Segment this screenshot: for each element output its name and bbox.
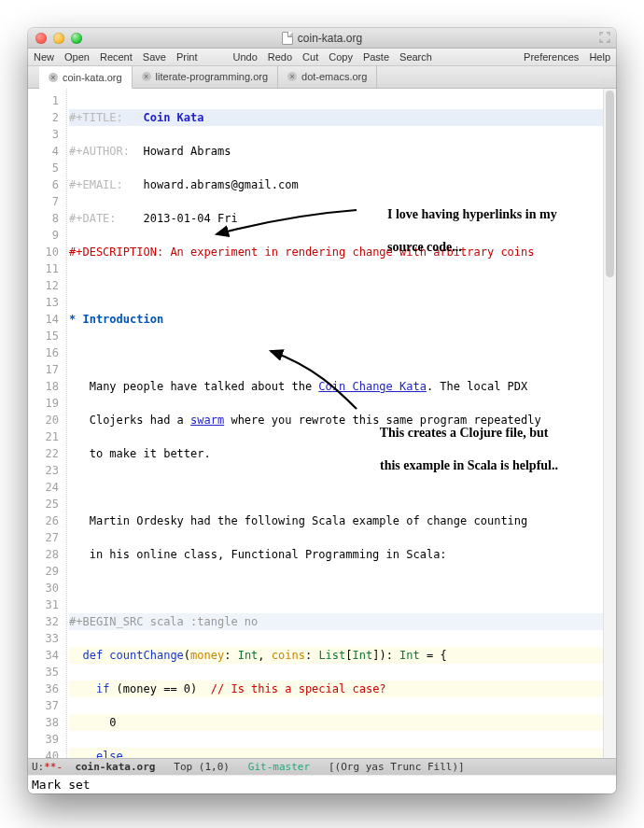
close-tab-icon[interactable]: × xyxy=(142,72,151,81)
tab-dot-emacs[interactable]: × dot-emacs.org xyxy=(278,65,377,88)
type: Int xyxy=(238,649,259,662)
menu-cut[interactable]: Cut xyxy=(302,51,318,63)
menu-save[interactable]: Save xyxy=(143,51,166,63)
param: coins xyxy=(272,649,305,662)
tab-label: dot-emacs.org xyxy=(301,71,367,82)
punct: : xyxy=(224,649,237,662)
meta-author-key: #+AUTHOR: xyxy=(69,145,130,158)
fullscreen-icon[interactable] xyxy=(599,32,610,43)
menu-help[interactable]: Help xyxy=(589,51,610,63)
meta-email-key: #+EMAIL: xyxy=(69,178,123,191)
punct: , xyxy=(258,649,271,662)
close-tab-icon[interactable]: × xyxy=(287,72,297,81)
tab-bar: × coin-kata.org × literate-programming.o… xyxy=(28,66,616,89)
menu-print[interactable]: Print xyxy=(176,51,198,63)
close-window-button[interactable] xyxy=(35,33,47,44)
tab-label: coin-kata.org xyxy=(63,72,122,83)
menu-recent[interactable]: Recent xyxy=(100,51,133,63)
comment: // Is this a special case? xyxy=(211,682,386,695)
titlebar[interactable]: coin-kata.org xyxy=(28,28,616,49)
tab-coin-kata[interactable]: × coin-kata.org xyxy=(39,66,133,89)
menu-new[interactable]: New xyxy=(34,51,54,63)
param: money xyxy=(190,649,224,662)
menu-preferences[interactable]: Preferences xyxy=(524,51,579,63)
kw-else: else xyxy=(96,750,123,758)
menu-paste[interactable]: Paste xyxy=(363,51,389,63)
kw-if: if xyxy=(96,682,109,695)
scrollbar[interactable] xyxy=(603,89,616,758)
mode-line[interactable]: U:**- coin-kata.org Top (1,0) Git-master… xyxy=(28,758,616,775)
editor-window: coin-kata.org New Open Recent Save Print… xyxy=(28,28,616,793)
meta-title-key: #+TITLE: xyxy=(69,111,123,124)
menu-undo[interactable]: Undo xyxy=(233,51,258,63)
para-text: Clojerks had a xyxy=(90,414,190,427)
para-text: where you rewrote this same program repe… xyxy=(224,414,541,427)
modeline-buffer: coin-kata.org xyxy=(75,761,155,773)
echo-message: Mark set xyxy=(32,778,91,792)
tab-literate-programming[interactable]: × literate-programming.org xyxy=(133,65,278,88)
punct: = { xyxy=(420,649,447,662)
scrollbar-thumb[interactable] xyxy=(606,91,614,277)
echo-area: Mark set xyxy=(28,775,616,793)
editor-area[interactable]: 1234567891011121314151617181920212223242… xyxy=(28,89,616,758)
window-title: coin-kata.org xyxy=(298,32,362,45)
menu-redo[interactable]: Redo xyxy=(268,51,292,63)
modeline-git: Git-master xyxy=(248,761,310,773)
modeline-modified: **- xyxy=(44,761,63,773)
meta-date-value: 2013-01-04 Fri xyxy=(143,212,237,225)
menu-search[interactable]: Search xyxy=(399,51,432,63)
menu-bar: New Open Recent Save Print Undo Redo Cut… xyxy=(28,49,616,66)
fn-countChange: countChange xyxy=(109,649,183,662)
para-text: in his online class, Functional Programm… xyxy=(90,548,447,561)
tab-overflow-count[interactable]: 4 xyxy=(592,77,616,88)
minimize-window-button[interactable] xyxy=(53,33,64,44)
literal: 0 xyxy=(109,716,116,729)
meta-author-value: Howard Abrams xyxy=(143,145,231,158)
punct: ]): xyxy=(372,649,399,662)
zoom-window-button[interactable] xyxy=(71,33,82,44)
code-content[interactable]: #+TITLE: Coin Kata #+AUTHOR: Howard Abra… xyxy=(67,89,616,758)
punct: [ xyxy=(345,649,352,662)
modeline-prefix: U: xyxy=(32,761,44,773)
para-text: . The local PDX xyxy=(427,380,527,393)
menu-open[interactable]: Open xyxy=(64,51,90,63)
link-swarm[interactable]: swarm xyxy=(190,414,224,427)
meta-date-key: #+DATE: xyxy=(69,212,117,225)
punct: : xyxy=(305,649,318,662)
close-tab-icon[interactable]: × xyxy=(49,73,58,82)
type: Int xyxy=(399,649,420,662)
type: Int xyxy=(353,649,373,662)
meta-title-value: Coin Kata xyxy=(143,111,203,124)
para-text: Martin Ordesky had the following Scala e… xyxy=(90,514,528,527)
line-number-gutter: 1234567891011121314151617181920212223242… xyxy=(28,89,67,758)
meta-desc-key: #+DESCRIPTION: xyxy=(69,246,163,259)
modeline-modes: (Org yas Trunc Fill) xyxy=(335,761,458,773)
menu-copy[interactable]: Copy xyxy=(329,51,353,63)
type: List xyxy=(318,649,345,662)
heading-introduction: * Introduction xyxy=(69,313,163,326)
tab-label: literate-programming.org xyxy=(156,71,268,82)
kw-def: def xyxy=(82,649,109,662)
document-icon xyxy=(282,32,293,45)
link-coin-change-kata[interactable]: Coin Change Kata xyxy=(318,380,427,393)
para-text: Many people have talked about the xyxy=(90,380,319,393)
meta-email-value: howard.abrams@gmail.com xyxy=(143,178,298,191)
expr: (money == 0) xyxy=(109,682,210,695)
punct: ( xyxy=(184,649,190,662)
src-block-begin: #+BEGIN_SRC scala :tangle no xyxy=(69,613,614,630)
modeline-position: Top (1,0) xyxy=(174,761,230,773)
meta-desc-value: An experiment in rendering change with a… xyxy=(170,246,534,259)
para-text: to make it better. xyxy=(90,447,211,460)
